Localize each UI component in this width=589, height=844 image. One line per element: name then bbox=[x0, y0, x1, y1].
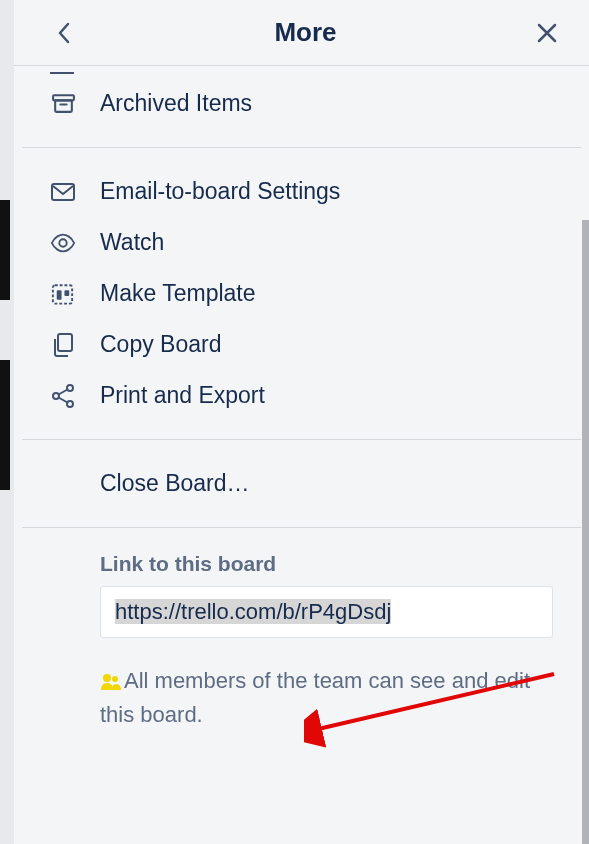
svg-rect-10 bbox=[58, 334, 72, 351]
menu-section-top: Archived Items bbox=[22, 66, 581, 148]
link-label: Link to this board bbox=[100, 552, 553, 576]
menu-section-close: Close Board… bbox=[22, 440, 581, 528]
visibility-message: All members of the team can see and edit… bbox=[100, 668, 530, 727]
panel-title: More bbox=[274, 17, 336, 48]
watch-row[interactable]: Watch bbox=[22, 217, 581, 268]
close-board-row[interactable]: Close Board… bbox=[22, 458, 581, 509]
template-icon bbox=[50, 281, 76, 307]
eye-icon bbox=[50, 230, 76, 256]
archive-icon bbox=[50, 91, 76, 117]
archived-items-label: Archived Items bbox=[100, 90, 252, 117]
back-button[interactable] bbox=[46, 15, 82, 51]
svg-rect-3 bbox=[55, 100, 72, 111]
link-url-text: https://trello.com/b/rP4gDsdj bbox=[115, 599, 391, 624]
chevron-left-icon bbox=[57, 22, 71, 44]
share-icon bbox=[50, 383, 76, 409]
svg-line-15 bbox=[59, 397, 68, 402]
close-button[interactable] bbox=[529, 15, 565, 51]
archived-items-row[interactable]: Archived Items bbox=[22, 78, 581, 129]
partial-row-above bbox=[22, 68, 581, 78]
copy-board-label: Copy Board bbox=[100, 331, 221, 358]
background-left-strip bbox=[0, 0, 14, 844]
print-export-label: Print and Export bbox=[100, 382, 265, 409]
copy-icon bbox=[50, 332, 76, 358]
svg-rect-9 bbox=[64, 290, 69, 296]
watch-label: Watch bbox=[100, 229, 164, 256]
visibility-text: All members of the team can see and edit… bbox=[100, 664, 553, 732]
print-export-row[interactable]: Print and Export bbox=[22, 370, 581, 421]
svg-point-17 bbox=[112, 676, 118, 682]
close-board-label: Close Board… bbox=[100, 470, 250, 497]
svg-rect-8 bbox=[57, 290, 62, 300]
make-template-row[interactable]: Make Template bbox=[22, 268, 581, 319]
email-icon bbox=[50, 179, 76, 205]
close-icon bbox=[536, 22, 558, 44]
team-icon bbox=[100, 672, 122, 690]
svg-rect-7 bbox=[53, 285, 72, 303]
svg-point-16 bbox=[103, 674, 111, 682]
svg-rect-5 bbox=[52, 184, 74, 200]
make-template-label: Make Template bbox=[100, 280, 256, 307]
svg-point-13 bbox=[67, 401, 73, 407]
more-panel: More Archived Items bbox=[14, 0, 589, 844]
copy-board-row[interactable]: Copy Board bbox=[22, 319, 581, 370]
svg-point-12 bbox=[53, 393, 59, 399]
email-settings-label: Email-to-board Settings bbox=[100, 178, 340, 205]
email-settings-row[interactable]: Email-to-board Settings bbox=[22, 166, 581, 217]
scrollbar[interactable] bbox=[582, 220, 589, 844]
svg-line-14 bbox=[59, 389, 68, 394]
menu-section-actions: Email-to-board Settings Watch Make Templ… bbox=[22, 148, 581, 440]
panel-header: More bbox=[14, 0, 589, 66]
svg-point-11 bbox=[67, 385, 73, 391]
svg-point-6 bbox=[59, 239, 66, 246]
link-section: Link to this board https://trello.com/b/… bbox=[22, 528, 581, 742]
link-input[interactable]: https://trello.com/b/rP4gDsdj bbox=[100, 586, 553, 638]
